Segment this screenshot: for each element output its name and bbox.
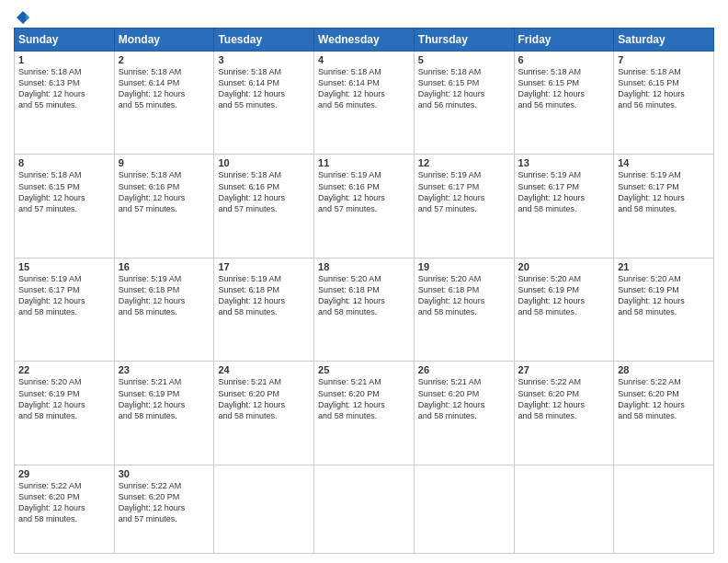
top-area	[14, 9, 714, 22]
day-number: 15	[18, 261, 110, 272]
day-number: 10	[218, 157, 310, 168]
calendar-cell: 14Sunrise: 5:19 AMSunset: 6:17 PMDayligh…	[614, 155, 714, 258]
day-info: Sunrise: 5:18 AMSunset: 6:14 PMDaylight:…	[318, 67, 385, 109]
weekday-header-row: SundayMondayTuesdayWednesdayThursdayFrid…	[15, 29, 714, 52]
calendar-cell: 28Sunrise: 5:22 AMSunset: 6:20 PMDayligh…	[614, 362, 714, 465]
day-info: Sunrise: 5:22 AMSunset: 6:20 PMDaylight:…	[618, 377, 685, 419]
calendar-row-4: 29Sunrise: 5:22 AMSunset: 6:20 PMDayligh…	[15, 465, 714, 553]
weekday-header-tuesday: Tuesday	[214, 29, 314, 52]
day-info: Sunrise: 5:19 AMSunset: 6:18 PMDaylight:…	[119, 274, 186, 316]
calendar-cell: 9Sunrise: 5:18 AMSunset: 6:16 PMDaylight…	[114, 155, 214, 258]
calendar-cell: 2Sunrise: 5:18 AMSunset: 6:14 PMDaylight…	[114, 52, 214, 155]
day-number: 16	[119, 261, 210, 272]
weekday-header-sunday: Sunday	[15, 29, 115, 52]
calendar-cell: 10Sunrise: 5:18 AMSunset: 6:16 PMDayligh…	[214, 155, 314, 258]
calendar-row-2: 15Sunrise: 5:19 AMSunset: 6:17 PMDayligh…	[15, 258, 714, 361]
calendar-cell: 8Sunrise: 5:18 AMSunset: 6:15 PMDaylight…	[15, 155, 115, 258]
calendar-cell: 11Sunrise: 5:19 AMSunset: 6:16 PMDayligh…	[314, 155, 415, 258]
calendar-cell: 25Sunrise: 5:21 AMSunset: 6:20 PMDayligh…	[314, 362, 415, 465]
calendar-row-3: 22Sunrise: 5:20 AMSunset: 6:19 PMDayligh…	[15, 362, 714, 465]
day-number: 13	[518, 157, 610, 168]
calendar-cell: 30Sunrise: 5:22 AMSunset: 6:20 PMDayligh…	[114, 465, 214, 553]
day-info: Sunrise: 5:22 AMSunset: 6:20 PMDaylight:…	[18, 481, 85, 523]
day-number: 11	[318, 157, 410, 168]
day-number: 5	[418, 54, 510, 65]
calendar-row-1: 8Sunrise: 5:18 AMSunset: 6:15 PMDaylight…	[15, 155, 714, 258]
day-info: Sunrise: 5:22 AMSunset: 6:20 PMDaylight:…	[518, 377, 586, 419]
day-number: 9	[119, 157, 210, 168]
calendar-cell: 5Sunrise: 5:18 AMSunset: 6:15 PMDaylight…	[414, 52, 514, 155]
weekday-header-friday: Friday	[514, 29, 614, 52]
calendar-cell: 29Sunrise: 5:22 AMSunset: 6:20 PMDayligh…	[15, 465, 115, 553]
day-number: 8	[18, 157, 110, 168]
day-number: 30	[119, 468, 210, 479]
logo-icon	[15, 9, 31, 26]
day-info: Sunrise: 5:18 AMSunset: 6:13 PMDaylight:…	[18, 67, 85, 109]
day-info: Sunrise: 5:20 AMSunset: 6:19 PMDaylight:…	[518, 274, 586, 316]
day-info: Sunrise: 5:21 AMSunset: 6:20 PMDaylight:…	[418, 377, 485, 419]
calendar-cell: 17Sunrise: 5:19 AMSunset: 6:18 PMDayligh…	[214, 258, 314, 361]
calendar-cell: 22Sunrise: 5:20 AMSunset: 6:19 PMDayligh…	[15, 362, 115, 465]
day-info: Sunrise: 5:20 AMSunset: 6:18 PMDaylight:…	[318, 274, 385, 316]
day-info: Sunrise: 5:19 AMSunset: 6:16 PMDaylight:…	[318, 170, 385, 213]
day-number: 1	[18, 54, 110, 65]
day-info: Sunrise: 5:20 AMSunset: 6:19 PMDaylight:…	[618, 274, 685, 316]
day-info: Sunrise: 5:18 AMSunset: 6:16 PMDaylight:…	[119, 170, 186, 213]
logo	[14, 9, 32, 22]
calendar-cell: 26Sunrise: 5:21 AMSunset: 6:20 PMDayligh…	[414, 362, 514, 465]
weekday-header-saturday: Saturday	[614, 29, 714, 52]
day-number: 6	[518, 54, 610, 65]
day-number: 23	[119, 364, 210, 375]
calendar-cell	[614, 465, 714, 553]
calendar-cell: 12Sunrise: 5:19 AMSunset: 6:17 PMDayligh…	[414, 155, 514, 258]
day-info: Sunrise: 5:18 AMSunset: 6:14 PMDaylight:…	[218, 67, 285, 109]
day-info: Sunrise: 5:18 AMSunset: 6:15 PMDaylight:…	[518, 67, 586, 109]
day-number: 24	[218, 364, 310, 375]
calendar-cell: 3Sunrise: 5:18 AMSunset: 6:14 PMDaylight…	[214, 52, 314, 155]
calendar-cell: 19Sunrise: 5:20 AMSunset: 6:18 PMDayligh…	[414, 258, 514, 361]
day-info: Sunrise: 5:18 AMSunset: 6:15 PMDaylight:…	[618, 67, 685, 109]
day-info: Sunrise: 5:18 AMSunset: 6:15 PMDaylight:…	[418, 67, 485, 109]
calendar-cell	[314, 465, 415, 553]
calendar-cell: 6Sunrise: 5:18 AMSunset: 6:15 PMDaylight…	[514, 52, 614, 155]
day-info: Sunrise: 5:18 AMSunset: 6:15 PMDaylight:…	[18, 170, 85, 213]
weekday-header-monday: Monday	[114, 29, 214, 52]
calendar-row-0: 1Sunrise: 5:18 AMSunset: 6:13 PMDaylight…	[15, 52, 714, 155]
calendar-cell: 24Sunrise: 5:21 AMSunset: 6:20 PMDayligh…	[214, 362, 314, 465]
calendar-cell	[414, 465, 514, 553]
day-number: 17	[218, 261, 310, 272]
calendar-cell: 16Sunrise: 5:19 AMSunset: 6:18 PMDayligh…	[114, 258, 214, 361]
day-number: 25	[318, 364, 410, 375]
day-number: 3	[218, 54, 310, 65]
day-info: Sunrise: 5:20 AMSunset: 6:18 PMDaylight:…	[418, 274, 485, 316]
calendar-cell: 7Sunrise: 5:18 AMSunset: 6:15 PMDaylight…	[614, 52, 714, 155]
day-number: 7	[618, 54, 710, 65]
day-info: Sunrise: 5:19 AMSunset: 6:17 PMDaylight:…	[518, 170, 586, 213]
calendar-cell: 20Sunrise: 5:20 AMSunset: 6:19 PMDayligh…	[514, 258, 614, 361]
day-number: 12	[418, 157, 510, 168]
calendar-cell: 23Sunrise: 5:21 AMSunset: 6:19 PMDayligh…	[114, 362, 214, 465]
page: SundayMondayTuesdayWednesdayThursdayFrid…	[0, 0, 728, 563]
calendar-cell: 27Sunrise: 5:22 AMSunset: 6:20 PMDayligh…	[514, 362, 614, 465]
day-info: Sunrise: 5:22 AMSunset: 6:20 PMDaylight:…	[119, 481, 186, 523]
day-info: Sunrise: 5:18 AMSunset: 6:14 PMDaylight:…	[119, 67, 186, 109]
day-number: 14	[618, 157, 710, 168]
day-info: Sunrise: 5:19 AMSunset: 6:18 PMDaylight:…	[218, 274, 285, 316]
day-number: 29	[18, 468, 110, 479]
calendar-cell	[514, 465, 614, 553]
day-info: Sunrise: 5:20 AMSunset: 6:19 PMDaylight:…	[18, 377, 85, 419]
day-info: Sunrise: 5:19 AMSunset: 6:17 PMDaylight:…	[618, 170, 685, 213]
calendar-cell: 15Sunrise: 5:19 AMSunset: 6:17 PMDayligh…	[15, 258, 115, 361]
calendar-cell: 21Sunrise: 5:20 AMSunset: 6:19 PMDayligh…	[614, 258, 714, 361]
day-info: Sunrise: 5:19 AMSunset: 6:17 PMDaylight:…	[418, 170, 485, 213]
day-number: 21	[618, 261, 710, 272]
day-info: Sunrise: 5:19 AMSunset: 6:17 PMDaylight:…	[18, 274, 85, 316]
day-number: 26	[418, 364, 510, 375]
day-info: Sunrise: 5:21 AMSunset: 6:20 PMDaylight:…	[318, 377, 385, 419]
weekday-header-wednesday: Wednesday	[314, 29, 415, 52]
calendar-table: SundayMondayTuesdayWednesdayThursdayFrid…	[14, 28, 714, 554]
day-info: Sunrise: 5:21 AMSunset: 6:19 PMDaylight:…	[119, 377, 186, 419]
day-number: 2	[119, 54, 210, 65]
day-number: 28	[618, 364, 710, 375]
calendar-cell: 1Sunrise: 5:18 AMSunset: 6:13 PMDaylight…	[15, 52, 115, 155]
